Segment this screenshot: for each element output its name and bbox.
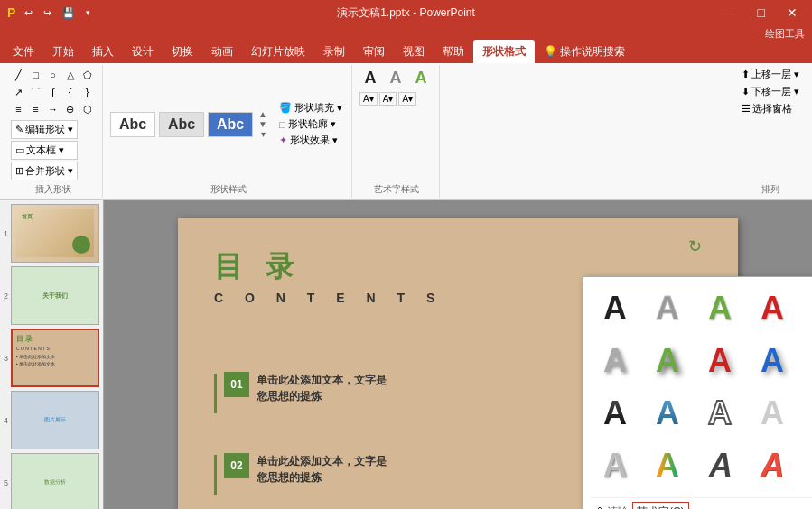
slide-thumb-4[interactable]: 图片展示 — [11, 391, 99, 449]
undo-button[interactable]: ↩ — [21, 5, 36, 21]
scroll-down-icon[interactable]: ▼ — [258, 119, 267, 129]
text-effect-btn[interactable]: A▾ — [398, 92, 416, 106]
wordart-item-12[interactable]: A — [695, 389, 744, 438]
wordart-item-14[interactable]: A — [800, 389, 812, 438]
shape-brace-right[interactable]: } — [79, 84, 96, 100]
wordart-item-15[interactable]: A — [591, 441, 639, 490]
wordart-sample-a1[interactable]: A — [359, 67, 381, 88]
merge-shapes-button[interactable]: ⊞ 合并形状 ▾ — [11, 162, 78, 180]
shape-fill-button[interactable]: 🪣 形状填充 ▾ — [275, 100, 346, 116]
wordart-item-16[interactable]: A — [643, 441, 692, 490]
tab-record[interactable]: 录制 — [314, 40, 354, 63]
wordart-item-3[interactable]: A — [748, 284, 797, 333]
tab-transition[interactable]: 切换 — [163, 40, 202, 63]
tab-animation[interactable]: 动画 — [202, 40, 242, 63]
tab-design[interactable]: 设计 — [123, 40, 163, 63]
quick-access-toolbar: ↩ ↪ 💾 ▾ — [21, 5, 94, 21]
tab-slideshow[interactable]: 幻灯片放映 — [242, 40, 314, 63]
merge-icon: ⊞ — [15, 165, 23, 177]
clear-icon: 🖊 — [591, 505, 603, 510]
ribbon-content: ╱ □ ○ △ ⬠ ↗ ⌒ ∫ { } ≡ ≡ → ⊕ ⬡ — [0, 63, 812, 200]
shape-lines2[interactable]: ≡ — [28, 101, 44, 117]
shape-styles-group: Abc Abc Abc ▲ ▼ ▾ 🪣 形状填充 ▾ □ 形状轮廓 ▾ — [105, 65, 352, 198]
shape-line[interactable]: ╱ — [11, 67, 27, 83]
move-down-button[interactable]: ⬇ 下移一层 ▾ — [738, 84, 803, 99]
shape-triangle[interactable]: △ — [62, 67, 79, 83]
maximize-button[interactable]: □ — [751, 4, 772, 22]
slide-thumb-5[interactable]: 数据分析 — [11, 453, 99, 509]
selection-pane-button[interactable]: ☰ 选择窗格 — [738, 101, 796, 116]
text-box-button[interactable]: ▭ 文本框 ▾ — [11, 141, 78, 160]
slide-thumb-3[interactable]: 目 录 C O N T E N T S ▪ 单击此处添加文本 ▪ 单击此处添加文… — [11, 329, 99, 387]
shape-curve[interactable]: ∫ — [45, 84, 61, 100]
insert-shapes-label: 插入形状 — [35, 181, 71, 196]
outline-label: 形状轮廓 ▾ — [288, 117, 336, 131]
shape-effect-button[interactable]: ✦ 形状效果 ▾ — [275, 133, 346, 148]
wordart-item-18[interactable]: A — [748, 441, 797, 490]
save-button[interactable]: 💾 — [59, 5, 79, 21]
arrange-label: 排列 — [761, 181, 779, 196]
shape-arrow[interactable]: ↗ — [11, 84, 27, 100]
text-outline-btn[interactable]: A▾ — [379, 92, 397, 106]
styles-scroll[interactable]: ▲ ▼ ▾ — [257, 109, 269, 139]
tab-file[interactable]: 文件 — [4, 40, 43, 63]
item-num-2: 02 — [224, 453, 249, 478]
wordart-item-17[interactable]: A — [695, 441, 744, 490]
wordart-item-19[interactable]: A — [800, 441, 812, 490]
tab-shape-format[interactable]: 形状格式 — [473, 40, 535, 63]
shape-lines[interactable]: ≡ — [11, 101, 27, 117]
shape-brace-left[interactable]: { — [62, 84, 79, 100]
scroll-expand-icon[interactable]: ▾ — [261, 129, 266, 139]
shape-hex[interactable]: ⬡ — [79, 101, 96, 117]
tab-start[interactable]: 开始 — [43, 40, 83, 63]
wordart-grid: A A A A A A A A A A A A A A A A A A — [591, 284, 812, 490]
content-item-2[interactable]: 02 单击此处添加文本，文字是您思想的提炼 — [214, 453, 387, 495]
shape-plus[interactable]: ⊕ — [62, 101, 79, 117]
slide-thumb-1[interactable]: 首页 — [11, 204, 99, 263]
slide-thumb-2[interactable]: 关于我们 — [11, 266, 99, 325]
redo-button[interactable]: ↪ — [40, 5, 55, 21]
wordart-item-8[interactable]: A — [748, 337, 797, 385]
shape-outline-button[interactable]: □ 形状轮廓 ▾ — [275, 116, 346, 132]
shape-style-3[interactable]: Abc — [208, 112, 253, 137]
wordart-item-1[interactable]: A — [643, 284, 692, 333]
shape-pentagon[interactable]: ⬠ — [79, 67, 96, 83]
wordart-styles-label: 艺术字样式 — [374, 181, 419, 196]
clear-wordart-button[interactable]: 艺术字(C) — [632, 502, 689, 509]
scroll-up-icon[interactable]: ▲ — [258, 109, 267, 119]
wordart-item-2[interactable]: A — [695, 284, 744, 333]
wordart-item-7[interactable]: A — [695, 337, 744, 385]
wordart-item-0[interactable]: A — [591, 284, 639, 333]
move-up-button[interactable]: ⬆ 上移一层 ▾ — [738, 67, 803, 82]
search-label: 操作说明搜索 — [560, 44, 625, 60]
shape-rect[interactable]: □ — [28, 67, 44, 83]
shape-right-arrow[interactable]: → — [45, 101, 61, 117]
shape-arc[interactable]: ⌒ — [28, 84, 44, 100]
shape-circle[interactable]: ○ — [45, 67, 61, 83]
wordart-item-13[interactable]: A — [748, 389, 797, 438]
up-icon: ⬆ — [742, 69, 750, 80]
tab-view[interactable]: 视图 — [394, 40, 434, 63]
minimize-button[interactable]: — — [716, 4, 743, 22]
edit-shape-button[interactable]: ✎ 编辑形状 ▾ — [11, 120, 78, 139]
shape-styles-grid: Abc Abc Abc — [110, 112, 255, 137]
wordart-sample-a2[interactable]: A — [385, 67, 406, 88]
tab-search[interactable]: 💡 操作说明搜索 — [535, 40, 634, 63]
close-button[interactable]: ✕ — [779, 4, 805, 22]
wordart-item-5[interactable]: A — [591, 337, 639, 385]
wordart-item-11[interactable]: A — [643, 389, 692, 438]
customize-quick-access[interactable]: ▾ — [82, 6, 94, 19]
text-fill-btn[interactable]: A▾ — [359, 92, 378, 106]
wordart-item-10[interactable]: A — [591, 389, 639, 438]
wordart-item-4[interactable]: A — [800, 284, 812, 333]
tab-insert[interactable]: 插入 — [83, 40, 123, 63]
content-item-1[interactable]: 01 单击此处添加文本，文字是您思想的提炼 — [214, 372, 387, 413]
wordart-sample-a3[interactable]: A — [410, 67, 432, 88]
shape-style-2[interactable]: Abc — [159, 112, 204, 137]
wordart-item-9[interactable]: A — [800, 337, 812, 385]
tab-help[interactable]: 帮助 — [434, 40, 473, 63]
wordart-item-6[interactable]: A — [643, 337, 692, 385]
tab-review[interactable]: 审阅 — [354, 40, 394, 63]
main-area: 1 首页 2 关于我们 3 目 录 C O N T E — [0, 200, 812, 509]
shape-style-1[interactable]: Abc — [110, 112, 155, 137]
